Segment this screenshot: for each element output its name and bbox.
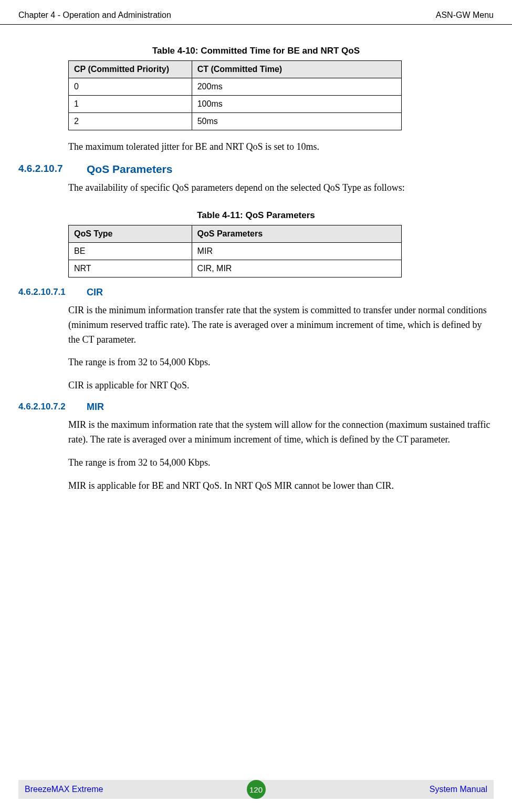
cir-paragraph-1: CIR is the minimum information transfer … [68,303,494,347]
section-number: 4.6.2.10.7.1 [18,287,87,297]
table-header-cell: QoS Parameters [192,225,401,242]
table-header-cell: CP (Committed Priority) [69,61,192,78]
table-row: 2 50ms [69,113,402,130]
mir-paragraph-1: MIR is the maximum information rate that… [68,418,494,447]
table-cell: MIR [192,242,401,260]
table-cell: BE [69,242,192,260]
table-4-10-caption: Table 4-10: Committed Time for BE and NR… [18,46,494,56]
table-cell: 2 [69,113,192,130]
table-cell: 0 [69,78,192,96]
table-cell: CIR, MIR [192,260,401,277]
table-row: BE MIR [69,242,402,260]
table-4-11-caption: Table 4-11: QoS Parameters [18,210,494,221]
footer-product-name: BreezeMAX Extreme [25,785,103,794]
table-cell: 50ms [192,113,401,130]
table-header-cell: CT (Committed Time) [192,61,401,78]
page-number-badge: 120 [247,780,266,799]
header-right: ASN-GW Menu [436,11,494,20]
section-number: 4.6.2.10.7 [18,163,87,174]
table-cell: NRT [69,260,192,277]
cir-paragraph-3: CIR is applicable for NRT QoS. [68,378,494,393]
table-cell: 200ms [192,78,401,96]
page: Chapter 4 - Operation and Administration… [0,0,512,812]
mir-paragraph-2: The range is from 32 to 54,000 Kbps. [68,456,494,470]
table-cell: 1 [69,96,192,113]
cir-paragraph-2: The range is from 32 to 54,000 Kbps. [68,355,494,370]
table-header-row: QoS Type QoS Parameters [69,225,402,242]
section-mir-heading: 4.6.2.10.7.2 MIR [18,402,494,413]
table-4-10: CP (Committed Priority) CT (Committed Ti… [68,60,402,130]
table-header-cell: QoS Type [69,225,192,242]
section-title: QoS Parameters [87,163,172,176]
table-4-11: QoS Type QoS Parameters BE MIR NRT CIR, … [68,225,402,277]
table-header-row: CP (Committed Priority) CT (Committed Ti… [69,61,402,78]
table-row: 1 100ms [69,96,402,113]
section-number: 4.6.2.10.7.2 [18,402,87,412]
page-footer: BreezeMAX Extreme 120 System Manual [0,780,512,799]
table-row: 0 200ms [69,78,402,96]
table-cell: 100ms [192,96,401,113]
table-row: NRT CIR, MIR [69,260,402,277]
header-left: Chapter 4 - Operation and Administration [18,11,171,20]
section-cir-heading: 4.6.2.10.7.1 CIR [18,287,494,298]
content: Table 4-10: Committed Time for BE and NR… [0,46,512,494]
section-title: CIR [87,287,103,298]
mir-paragraph-3: MIR is applicable for BE and NRT QoS. In… [68,479,494,494]
footer-doc-title: System Manual [430,785,487,794]
section-qos-parameters-heading: 4.6.2.10.7 QoS Parameters [18,163,494,176]
section-title: MIR [87,402,104,413]
page-header: Chapter 4 - Operation and Administration… [0,0,512,25]
footer-inner: BreezeMAX Extreme 120 System Manual [18,780,494,799]
qos-intro-paragraph: The availability of specific QoS paramet… [68,181,494,196]
jitter-paragraph: The maximum tolerated jitter for BE and … [68,140,494,155]
